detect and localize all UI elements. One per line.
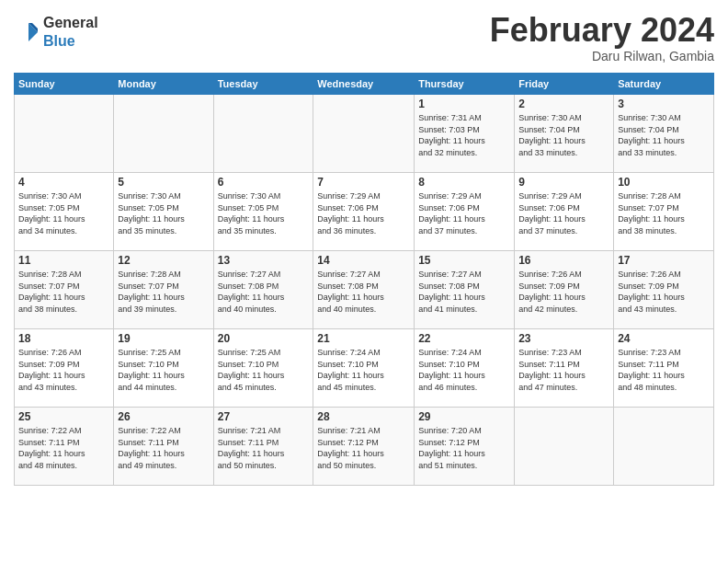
calendar-cell (15, 95, 114, 173)
calendar-header: SundayMondayTuesdayWednesdayThursdayFrid… (15, 74, 714, 95)
calendar-cell: 2Sunrise: 7:30 AMSunset: 7:04 PMDaylight… (515, 95, 614, 173)
calendar-cell: 20Sunrise: 7:25 AMSunset: 7:10 PMDayligh… (213, 329, 313, 408)
day-number: 4 (18, 176, 109, 189)
day-info: Sunrise: 7:28 AMSunset: 7:07 PMDaylight:… (118, 269, 209, 315)
month-title: February 2024 (490, 14, 714, 47)
day-info: Sunrise: 7:29 AMSunset: 7:06 PMDaylight:… (317, 190, 410, 236)
weekday-header: Friday (515, 74, 614, 95)
day-number: 14 (317, 254, 410, 267)
calendar-cell: 15Sunrise: 7:27 AMSunset: 7:08 PMDayligh… (415, 251, 515, 329)
day-info: Sunrise: 7:20 AMSunset: 7:12 PMDaylight:… (418, 425, 510, 471)
day-info: Sunrise: 7:29 AMSunset: 7:06 PMDaylight:… (418, 190, 510, 236)
day-number: 29 (418, 410, 510, 423)
day-number: 24 (618, 332, 710, 345)
calendar-cell (213, 95, 313, 173)
logo: General Blue (14, 14, 98, 51)
weekday-header: Monday (114, 74, 213, 95)
weekday-header: Saturday (614, 74, 714, 95)
day-info: Sunrise: 7:29 AMSunset: 7:06 PMDaylight:… (518, 190, 609, 236)
day-number: 28 (317, 410, 410, 423)
day-info: Sunrise: 7:23 AMSunset: 7:11 PMDaylight:… (518, 347, 609, 393)
subtitle: Daru Rilwan, Gambia (490, 49, 714, 63)
logo-blue: Blue (43, 32, 98, 51)
day-number: 10 (618, 176, 710, 189)
day-number: 15 (418, 254, 510, 267)
calendar-cell: 9Sunrise: 7:29 AMSunset: 7:06 PMDaylight… (515, 173, 614, 251)
day-number: 21 (317, 332, 410, 345)
day-info: Sunrise: 7:24 AMSunset: 7:10 PMDaylight:… (418, 347, 510, 393)
day-info: Sunrise: 7:22 AMSunset: 7:11 PMDaylight:… (18, 425, 109, 471)
calendar-cell: 4Sunrise: 7:30 AMSunset: 7:05 PMDaylight… (15, 173, 114, 251)
calendar-week-row: 25Sunrise: 7:22 AMSunset: 7:11 PMDayligh… (15, 408, 714, 486)
day-number: 26 (118, 410, 209, 423)
day-info: Sunrise: 7:23 AMSunset: 7:11 PMDaylight:… (618, 347, 710, 393)
day-number: 9 (518, 176, 609, 189)
day-number: 1 (418, 98, 510, 110)
calendar-cell: 19Sunrise: 7:25 AMSunset: 7:10 PMDayligh… (114, 329, 213, 408)
calendar-cell: 29Sunrise: 7:20 AMSunset: 7:12 PMDayligh… (415, 408, 515, 486)
page: General Blue February 2024 Daru Rilwan, … (0, 0, 728, 563)
calendar-cell: 23Sunrise: 7:23 AMSunset: 7:11 PMDayligh… (515, 329, 614, 408)
calendar-cell: 17Sunrise: 7:26 AMSunset: 7:09 PMDayligh… (614, 251, 714, 329)
calendar-cell (313, 95, 415, 173)
day-info: Sunrise: 7:26 AMSunset: 7:09 PMDaylight:… (618, 269, 710, 315)
day-info: Sunrise: 7:24 AMSunset: 7:10 PMDaylight:… (317, 347, 410, 393)
day-info: Sunrise: 7:26 AMSunset: 7:09 PMDaylight:… (18, 347, 109, 393)
calendar-table: SundayMondayTuesdayWednesdayThursdayFrid… (14, 73, 714, 486)
day-number: 25 (18, 410, 109, 423)
day-info: Sunrise: 7:30 AMSunset: 7:05 PMDaylight:… (118, 190, 209, 236)
day-info: Sunrise: 7:22 AMSunset: 7:11 PMDaylight:… (118, 425, 209, 471)
day-number: 23 (518, 332, 609, 345)
calendar-week-row: 1Sunrise: 7:31 AMSunset: 7:03 PMDaylight… (15, 95, 714, 173)
day-info: Sunrise: 7:28 AMSunset: 7:07 PMDaylight:… (618, 190, 710, 236)
day-number: 7 (317, 176, 410, 189)
calendar-cell: 5Sunrise: 7:30 AMSunset: 7:05 PMDaylight… (114, 173, 213, 251)
day-number: 11 (18, 254, 109, 267)
day-info: Sunrise: 7:31 AMSunset: 7:03 PMDaylight:… (418, 112, 510, 158)
calendar-week-row: 11Sunrise: 7:28 AMSunset: 7:07 PMDayligh… (15, 251, 714, 329)
day-info: Sunrise: 7:21 AMSunset: 7:11 PMDaylight:… (218, 425, 310, 471)
calendar-cell: 21Sunrise: 7:24 AMSunset: 7:10 PMDayligh… (313, 329, 415, 408)
calendar-cell (515, 408, 614, 486)
title-block: February 2024 Daru Rilwan, Gambia (490, 14, 714, 63)
weekday-header: Tuesday (213, 74, 313, 95)
day-number: 5 (118, 176, 209, 189)
logo-general: General (43, 14, 98, 32)
calendar-body: 1Sunrise: 7:31 AMSunset: 7:03 PMDaylight… (15, 95, 714, 486)
calendar-cell: 14Sunrise: 7:27 AMSunset: 7:08 PMDayligh… (313, 251, 415, 329)
day-number: 22 (418, 332, 510, 345)
calendar-cell (614, 408, 714, 486)
day-number: 27 (218, 410, 310, 423)
header: General Blue February 2024 Daru Rilwan, … (14, 14, 714, 63)
calendar-cell: 27Sunrise: 7:21 AMSunset: 7:11 PMDayligh… (213, 408, 313, 486)
day-info: Sunrise: 7:30 AMSunset: 7:05 PMDaylight:… (18, 190, 109, 236)
calendar-week-row: 18Sunrise: 7:26 AMSunset: 7:09 PMDayligh… (15, 329, 714, 408)
calendar-cell: 12Sunrise: 7:28 AMSunset: 7:07 PMDayligh… (114, 251, 213, 329)
day-number: 20 (218, 332, 310, 345)
calendar-cell: 13Sunrise: 7:27 AMSunset: 7:08 PMDayligh… (213, 251, 313, 329)
day-number: 18 (18, 332, 109, 345)
day-number: 12 (118, 254, 209, 267)
calendar-week-row: 4Sunrise: 7:30 AMSunset: 7:05 PMDaylight… (15, 173, 714, 251)
day-info: Sunrise: 7:21 AMSunset: 7:12 PMDaylight:… (317, 425, 410, 471)
calendar-cell: 26Sunrise: 7:22 AMSunset: 7:11 PMDayligh… (114, 408, 213, 486)
calendar-cell: 25Sunrise: 7:22 AMSunset: 7:11 PMDayligh… (15, 408, 114, 486)
day-info: Sunrise: 7:30 AMSunset: 7:04 PMDaylight:… (618, 112, 710, 158)
day-info: Sunrise: 7:25 AMSunset: 7:10 PMDaylight:… (118, 347, 209, 393)
calendar-cell: 24Sunrise: 7:23 AMSunset: 7:11 PMDayligh… (614, 329, 714, 408)
calendar-cell: 28Sunrise: 7:21 AMSunset: 7:12 PMDayligh… (313, 408, 415, 486)
day-info: Sunrise: 7:30 AMSunset: 7:04 PMDaylight:… (518, 112, 609, 158)
weekday-header: Sunday (15, 74, 114, 95)
calendar-cell: 18Sunrise: 7:26 AMSunset: 7:09 PMDayligh… (15, 329, 114, 408)
day-info: Sunrise: 7:30 AMSunset: 7:05 PMDaylight:… (218, 190, 310, 236)
day-info: Sunrise: 7:27 AMSunset: 7:08 PMDaylight:… (317, 269, 410, 315)
logo-icon (14, 19, 40, 45)
weekday-header: Thursday (415, 74, 515, 95)
day-number: 17 (618, 254, 710, 267)
day-number: 19 (118, 332, 209, 345)
calendar-cell (114, 95, 213, 173)
day-number: 2 (518, 98, 609, 110)
day-number: 13 (218, 254, 310, 267)
day-info: Sunrise: 7:28 AMSunset: 7:07 PMDaylight:… (18, 269, 109, 315)
day-number: 3 (618, 98, 710, 110)
